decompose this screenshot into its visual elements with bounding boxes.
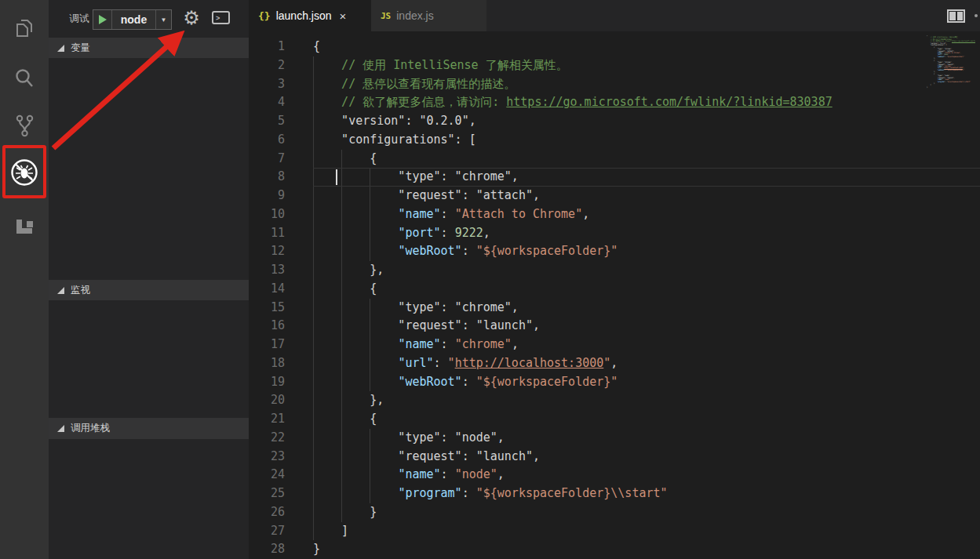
code-line-7[interactable]: 7 { — [249, 150, 980, 169]
code-line-19[interactable]: 19 "webRoot": "${workspaceFolder}" — [249, 373, 980, 392]
line-number: 26 — [249, 503, 285, 522]
editor-group: {} launch.json × JS index.js 1{2 // 使用 I… — [249, 0, 980, 559]
debug-toolbar: 调试 node ▼ ⚙ > — [49, 0, 249, 38]
line-number: 16 — [249, 317, 285, 336]
code-line-20[interactable]: 20 }, — [249, 391, 980, 410]
code-line-2[interactable]: 2 // 使用 IntelliSense 了解相关属性。 — [249, 56, 980, 75]
sidebar-item-debug[interactable] — [0, 154, 49, 191]
line-number: 25 — [249, 485, 285, 503]
code-line-25[interactable]: 25 "program": "${workspaceFolder}\\start… — [249, 485, 980, 503]
code-line-26[interactable]: 26 } — [249, 503, 980, 522]
code-line-14[interactable]: 14 { — [249, 280, 980, 299]
line-number: 1 — [249, 38, 285, 56]
search-icon — [12, 66, 37, 91]
json-file-icon: {} — [258, 10, 271, 22]
debug-disabled-icon — [9, 157, 40, 188]
code-line-13[interactable]: 13 }, — [249, 261, 980, 280]
section-call-stack[interactable]: 调用堆栈 — [49, 418, 249, 439]
start-debug-button[interactable] — [93, 10, 112, 29]
source-control-icon — [12, 112, 37, 139]
code-line-3[interactable]: 3 // 悬停以查看现有属性的描述。 — [249, 75, 980, 94]
line-number: 15 — [249, 299, 285, 318]
selected-config: node — [112, 13, 155, 26]
line-number: 2 — [249, 56, 285, 75]
code-line-16[interactable]: 16 "request": "launch", — [249, 317, 980, 336]
section-watch[interactable]: 监视 — [49, 280, 249, 300]
editor-actions — [947, 0, 980, 31]
sidebar-item-explorer[interactable] — [0, 9, 49, 47]
debug-config-dropdown[interactable]: node ▼ — [93, 9, 172, 30]
code-line-11[interactable]: 11 "port": 9222, — [249, 224, 980, 243]
line-number: 7 — [249, 150, 285, 169]
line-number: 17 — [249, 336, 285, 354]
close-icon[interactable]: × — [339, 9, 346, 23]
sidebar-item-source-control[interactable] — [0, 107, 49, 144]
code-lines: 1{2 // 使用 IntelliSense 了解相关属性。3 // 悬停以查看… — [249, 38, 980, 559]
gear-icon[interactable]: ⚙ — [179, 5, 204, 31]
line-number: 9 — [249, 187, 285, 205]
debug-sidebar: 调试 node ▼ ⚙ > 变量 监视 调用堆栈 — [49, 0, 249, 559]
code-line-1[interactable]: 1{ — [249, 38, 980, 56]
code-line-8[interactable]: 8 "type": "chrome", — [249, 168, 980, 187]
text-cursor — [336, 169, 337, 185]
config-dropdown-caret[interactable]: ▼ — [155, 10, 171, 29]
code-line-4[interactable]: 4 // 欲了解更多信息，请访问: https://go.microsoft.c… — [249, 93, 980, 112]
line-number: 13 — [249, 261, 285, 280]
code-editor[interactable]: 1{2 // 使用 IntelliSense 了解相关属性。3 // 悬停以查看… — [249, 31, 980, 559]
activity-bar — [0, 0, 49, 559]
code-line-27[interactable]: 27 ] — [249, 522, 980, 541]
more-actions-icon[interactable] — [975, 14, 978, 17]
js-file-icon: JS — [381, 11, 391, 21]
line-number: 24 — [249, 466, 285, 485]
code-line-18[interactable]: 18 "url": "http://localhost:3000", — [249, 354, 980, 373]
line-number: 8 — [249, 168, 285, 187]
code-line-28[interactable]: 28} — [249, 540, 980, 559]
code-line-12[interactable]: 12 "webRoot": "${workspaceFolder}" — [249, 242, 980, 261]
code-line-17[interactable]: 17 "name": "chrome", — [249, 336, 980, 354]
section-watch-label: 监视 — [71, 284, 90, 297]
code-line-24[interactable]: 24 "name": "node", — [249, 466, 980, 485]
line-number: 11 — [249, 224, 285, 243]
debug-view-title: 调试 — [69, 12, 89, 26]
line-number: 4 — [249, 93, 285, 112]
code-line-9[interactable]: 9 "request": "attach", — [249, 187, 980, 205]
code-line-15[interactable]: 15 "type": "chrome", — [249, 299, 980, 318]
tab-bar: {} launch.json × JS index.js — [249, 0, 980, 31]
line-number: 23 — [249, 448, 285, 466]
twistie-icon — [57, 287, 64, 294]
code-line-6[interactable]: 6 "configurations": [ — [249, 131, 980, 150]
line-number: 12 — [249, 242, 285, 261]
line-number: 20 — [249, 391, 285, 410]
twistie-icon — [57, 425, 64, 432]
line-number: 10 — [249, 205, 285, 224]
terminal-icon: > — [216, 14, 220, 22]
line-number: 22 — [249, 429, 285, 448]
split-editor-icon[interactable] — [947, 9, 965, 23]
tab-label: launch.json — [276, 9, 332, 22]
sidebar-item-search[interactable] — [0, 60, 49, 97]
code-line-10[interactable]: 10 "name": "Attach to Chrome", — [249, 205, 980, 224]
debug-console-button[interactable]: > — [212, 11, 230, 24]
code-line-23[interactable]: 23 "request": "launch", — [249, 448, 980, 466]
line-number: 18 — [249, 354, 285, 373]
code-line-21[interactable]: 21 { — [249, 410, 980, 429]
tab-index-js[interactable]: JS index.js — [371, 0, 486, 31]
minimap[interactable]: 1{2 // 使用 IntelliSense 了解相关属性。3 // 悬停以查看… — [924, 35, 975, 93]
section-variables[interactable]: 变量 — [49, 38, 249, 58]
line-number: 5 — [249, 112, 285, 131]
code-line-5[interactable]: 5 "version": "0.2.0", — [249, 112, 980, 131]
line-number: 19 — [249, 373, 285, 392]
minimap-line-28: 28} — [924, 87, 975, 89]
line-number: 3 — [249, 75, 285, 94]
section-variables-label: 变量 — [71, 42, 90, 55]
line-number: 14 — [249, 280, 285, 299]
line-number: 27 — [249, 522, 285, 541]
line-number: 28 — [249, 540, 285, 559]
files-explorer-icon — [12, 16, 37, 41]
code-line-22[interactable]: 22 "type": "node", — [249, 429, 980, 448]
tab-launch-json[interactable]: {} launch.json × — [249, 0, 371, 31]
chevron-down-icon: ▼ — [161, 16, 167, 24]
sidebar-item-extensions[interactable] — [0, 207, 49, 245]
section-call-stack-label: 调用堆栈 — [71, 422, 110, 435]
extensions-icon — [12, 213, 37, 238]
